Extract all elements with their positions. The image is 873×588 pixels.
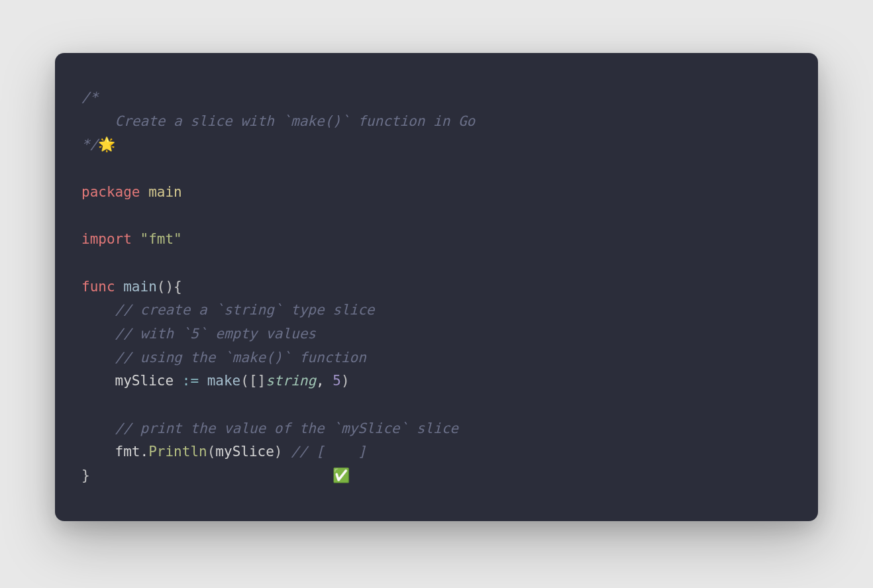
brace-open: { xyxy=(174,279,182,295)
comment-line-3: // using the `make()` function xyxy=(81,350,366,366)
comment-line-2: // with `5` empty values xyxy=(81,326,316,342)
indent xyxy=(81,373,115,389)
comment-result: // [ ] xyxy=(283,444,366,460)
keyword-package: package xyxy=(81,184,140,200)
indent xyxy=(81,444,115,460)
code-window: /* Create a slice with `make()` function… xyxy=(55,53,818,521)
comment-line-4: // print the value of the `mySlice` slic… xyxy=(81,420,458,436)
comment-block-line: Create a slice with `make()` function in… xyxy=(81,113,475,129)
comment-block-close: */ xyxy=(81,136,98,152)
assign-operator: := xyxy=(182,373,199,389)
dot: . xyxy=(140,444,149,460)
number-5: 5 xyxy=(333,373,341,389)
println-method: Println xyxy=(148,444,207,460)
arg-myslice: mySlice xyxy=(215,444,274,460)
star-emoji: 🌟 xyxy=(98,136,115,152)
import-value: "fmt" xyxy=(132,231,182,247)
keyword-import: import xyxy=(81,231,132,247)
check-emoji: ✅ xyxy=(333,467,350,483)
comment-block-open: /* xyxy=(81,89,98,105)
paren-close-2: ) xyxy=(274,444,283,460)
padding xyxy=(90,467,333,483)
code-block: /* Create a slice with `make()` function… xyxy=(81,86,792,488)
bracket-pair: [] xyxy=(249,373,266,389)
comment-line-1: // create a `string` type slice xyxy=(81,302,375,318)
make-call: make xyxy=(199,373,240,389)
brace-close: } xyxy=(81,467,90,483)
var-myslice: mySlice xyxy=(115,373,182,389)
func-parens: () xyxy=(157,279,174,295)
paren-open: ( xyxy=(240,373,249,389)
paren-open-2: ( xyxy=(207,444,216,460)
fmt-pkg: fmt xyxy=(115,444,140,460)
keyword-func: func xyxy=(81,279,115,295)
comma: , xyxy=(316,373,333,389)
package-name: main xyxy=(140,184,182,200)
func-name: main xyxy=(115,279,157,295)
type-string: string xyxy=(266,373,316,389)
paren-close: ) xyxy=(341,373,350,389)
